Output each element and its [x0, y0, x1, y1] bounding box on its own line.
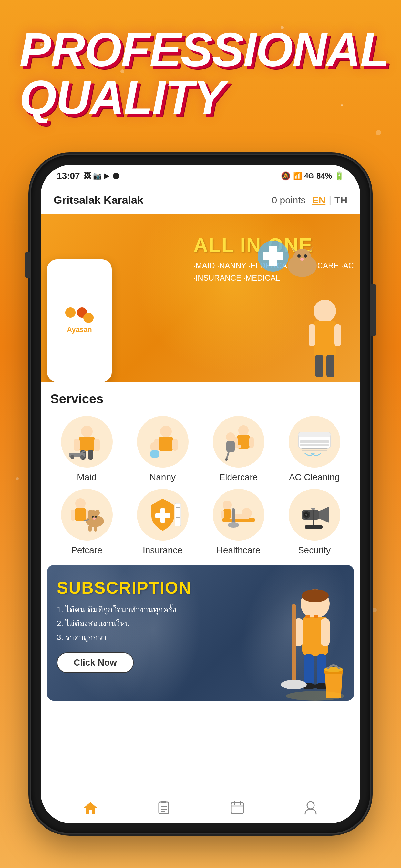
svg-rect-21 [88, 450, 93, 460]
svg-rect-31 [150, 451, 159, 458]
service-healthcare[interactable]: Healthcare [202, 489, 275, 555]
service-insurance[interactable]: Insurance [126, 489, 199, 555]
petcare-icon [61, 489, 113, 540]
svg-rect-75 [232, 508, 235, 524]
svg-rect-49 [71, 509, 75, 521]
svg-point-56 [95, 516, 97, 518]
svg-point-55 [92, 516, 94, 518]
click-now-button[interactable]: Click Now [57, 652, 134, 673]
svg-point-32 [238, 425, 249, 436]
svg-marker-81 [319, 507, 329, 523]
svg-point-16 [81, 426, 93, 437]
sub-point-2: 2. ไม่ต้องสอนงานใหม่ [57, 616, 180, 630]
subscription-maid-figure [264, 578, 354, 701]
svg-marker-12 [307, 246, 313, 253]
subscription-content: SUBSCRIPTION 1. ได้คนเดิมที่ถูกใจมาทำงาน… [57, 578, 180, 673]
svg-point-36 [226, 432, 235, 441]
insurance-icon [137, 489, 189, 540]
language-selector[interactable]: EN | TH [312, 195, 347, 206]
svg-point-76 [227, 523, 239, 528]
eldercare-icon [213, 416, 265, 468]
signal-label: 4G [305, 172, 314, 180]
svg-point-23 [70, 455, 74, 459]
lang-en-button[interactable]: EN [312, 195, 326, 206]
services-grid: Maid [50, 416, 351, 555]
svg-point-101 [286, 691, 344, 701]
svg-rect-27 [159, 437, 173, 451]
nanny-label: Nanny [150, 472, 176, 483]
svg-point-0 [313, 300, 336, 322]
nav-home[interactable] [81, 798, 100, 817]
mute-icon: 🔕 [281, 172, 290, 181]
lang-divider: | [329, 195, 331, 206]
svg-point-100 [324, 667, 343, 672]
eldercare-label: Eldercare [219, 472, 258, 483]
cat-illustration [283, 246, 321, 279]
svg-point-57 [93, 518, 96, 520]
lang-th-button[interactable]: TH [335, 195, 347, 206]
healthcare-label: Healthcare [217, 545, 260, 555]
svg-rect-3 [335, 324, 341, 346]
nanny-icon [137, 416, 189, 468]
maid-icon [61, 416, 113, 468]
service-maid[interactable]: Maid [50, 416, 123, 483]
svg-rect-40 [237, 445, 241, 447]
svg-rect-103 [161, 801, 166, 803]
service-eldercare[interactable]: Eldercare [202, 416, 275, 483]
maid-label: Maid [77, 472, 96, 483]
profile-icon [303, 800, 319, 816]
svg-rect-82 [311, 507, 315, 509]
ayasan-circles [65, 307, 94, 323]
subscription-banner[interactable]: SUBSCRIPTION 1. ได้คนเดิมที่ถูกใจมาทำงาน… [47, 565, 354, 701]
service-nanny[interactable]: Nanny [126, 416, 199, 483]
ac-label: AC Cleaning [289, 472, 340, 483]
phone-screen: 13:07 🖼 📷 ▶ 🔕 📶 4G 84% 🔋 Gritsalak Karal… [41, 165, 360, 824]
user-name: Gritsalak Karalak [54, 194, 143, 206]
svg-rect-17 [79, 437, 95, 451]
svg-rect-42 [298, 432, 331, 437]
svg-rect-83 [313, 509, 314, 519]
nav-clipboard[interactable] [154, 798, 174, 817]
svg-rect-73 [221, 510, 224, 518]
svg-point-39 [225, 458, 227, 461]
svg-rect-63 [175, 503, 181, 526]
svg-point-71 [223, 500, 232, 509]
svg-rect-107 [231, 803, 243, 813]
circle-1 [65, 307, 75, 318]
bottom-navigation [41, 791, 360, 824]
status-bar-right: 🔕 📶 4G 84% 🔋 [281, 172, 344, 181]
svg-rect-35 [249, 437, 254, 448]
svg-point-87 [302, 589, 329, 602]
maid-svg [67, 423, 106, 461]
subscription-points: 1. ได้คนเดิมที่ถูกใจมาทำงานทุกครั้ง 2. ไ… [57, 602, 180, 645]
ac-svg [295, 423, 334, 461]
security-svg [295, 495, 334, 534]
service-ac[interactable]: AC Cleaning [278, 416, 351, 483]
security-label: Security [298, 545, 331, 555]
banner-phone-illustration: Ayasan [47, 259, 112, 382]
nav-profile[interactable] [301, 798, 320, 817]
nav-calendar[interactable] [227, 798, 247, 817]
brand-name: Ayasan [67, 326, 92, 334]
ac-icon [289, 416, 340, 468]
status-bar: 13:07 🖼 📷 ▶ 🔕 📶 4G 84% 🔋 [41, 165, 360, 187]
phone-mockup: 13:07 🖼 📷 ▶ 🔕 📶 4G 84% 🔋 Gritsalak Karal… [31, 155, 370, 833]
svg-point-30 [150, 442, 159, 451]
service-petcare[interactable]: Petcare [50, 489, 123, 555]
time-display: 13:07 [57, 171, 80, 181]
svg-rect-43 [300, 440, 329, 443]
insurance-label: Insurance [143, 545, 182, 555]
nanny-svg [143, 423, 182, 461]
svg-rect-97 [292, 604, 296, 685]
services-section: Services [41, 382, 360, 562]
svg-rect-5 [327, 354, 335, 377]
service-security[interactable]: Security [278, 489, 351, 555]
security-icon [289, 489, 340, 540]
phone-outer: 13:07 🖼 📷 ▶ 🔕 📶 4G 84% 🔋 Gritsalak Karal… [31, 155, 370, 833]
svg-rect-1 [313, 321, 336, 356]
svg-rect-85 [305, 525, 322, 529]
svg-point-80 [305, 514, 307, 516]
svg-rect-19 [94, 438, 100, 452]
hero-title: PROFESSIONAL QUALITY [19, 26, 382, 121]
header-right: 0 points EN | TH [272, 195, 347, 206]
